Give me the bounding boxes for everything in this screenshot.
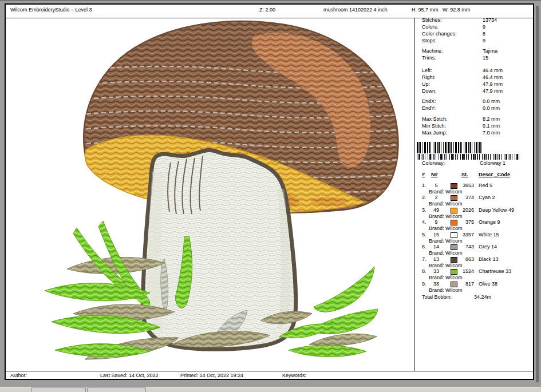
background-tab: [87, 387, 146, 392]
design-dimensions: H: 95.7 mm W: 92.8 mm: [412, 7, 470, 13]
info-value: 9: [483, 38, 485, 43]
info-value: 47.9 mm: [483, 88, 503, 94]
row-st: 1524: [445, 268, 474, 274]
row-descr: Chartreuse 33: [479, 268, 511, 274]
info-label: Down:: [422, 88, 437, 94]
row-st: 374: [445, 195, 474, 200]
row-brand: Brand: Wilcom: [429, 189, 463, 195]
row-num: 9.: [422, 281, 427, 287]
row-st: 743: [445, 244, 474, 250]
row-brand: Brand: Wilcom: [429, 238, 463, 244]
row-descr: Grey 14: [479, 244, 497, 250]
row-brand: Brand: Wilcom: [429, 225, 463, 231]
info-label: Machine:: [422, 48, 443, 54]
row-st: 817: [445, 281, 474, 287]
info-value: 0.0 mm: [483, 105, 500, 111]
row-brand: Brand: Wilcom: [429, 213, 463, 219]
panel-divider: [414, 18, 414, 371]
row-descr: Red 5: [479, 183, 492, 188]
info-value: 46.4 mm: [483, 74, 503, 80]
footer-divider: [6, 371, 533, 371]
row-num: 1.: [422, 183, 427, 188]
row-n: 33: [430, 268, 443, 274]
info-value: 15: [483, 55, 488, 61]
col-header-descr: Descr _Code: [479, 172, 510, 177]
row-brand: Brand: Wilcom: [429, 263, 463, 268]
barcode: [417, 154, 519, 160]
design-name: mushroom 14102022 4 inch: [323, 7, 388, 13]
window-top-edge: [0, 0, 541, 1]
colorway-value: Colorway 1: [480, 160, 506, 166]
row-num: 5.: [422, 232, 427, 237]
total-bobbin-value: 34.24m: [474, 294, 491, 300]
row-descr: Black 13: [479, 256, 499, 262]
app-title: Wilcom EmbroideryStudio – Level 3: [10, 7, 92, 13]
row-descr: Olive 38: [479, 281, 497, 287]
info-value: 0.0 mm: [483, 98, 500, 104]
row-st: 3357: [445, 232, 474, 237]
row-st: 863: [445, 256, 474, 262]
row-brand: Brand: Wilcom: [429, 201, 463, 207]
row-brand: Brand: Wilcom: [429, 275, 463, 280]
row-n: 15: [430, 232, 443, 237]
row-n: 49: [430, 207, 443, 213]
row-num: 7.: [422, 256, 427, 262]
background-tab: [31, 387, 86, 392]
row-n: 38: [430, 281, 443, 287]
info-label: EndX:: [422, 98, 436, 104]
info-value: 46.4 mm: [483, 68, 503, 73]
info-label: Max Stitch:: [422, 116, 448, 122]
row-st: 3653: [445, 183, 474, 188]
info-label: Min Stitch:: [422, 123, 446, 129]
row-descr: Deep Yellow 49: [479, 207, 514, 213]
row-n: 9: [430, 219, 443, 225]
row-num: 8.: [422, 268, 427, 274]
row-brand: Brand: Wilcom: [429, 250, 463, 256]
row-num: 2.: [422, 195, 427, 200]
info-value: 9: [483, 24, 485, 30]
print-preview-page: Wilcom EmbroideryStudio – Level 3 Z: 2.0…: [5, 3, 534, 380]
info-value: 8: [483, 31, 485, 37]
info-value: 13734: [483, 17, 497, 23]
row-brand: Brand: Wilcom: [429, 287, 463, 293]
col-header-n: N#: [431, 172, 438, 177]
barcode: [417, 142, 482, 153]
row-n: 13: [430, 256, 443, 262]
total-bobbin-label: Total Bobbin:: [422, 294, 452, 300]
info-label: Right:: [422, 74, 436, 80]
info-label: EndY:: [422, 105, 436, 111]
colorway-label: Colorway:: [422, 160, 445, 166]
info-value: 0.1 mm: [483, 123, 500, 129]
info-label: Stitches:: [422, 17, 442, 23]
window-shadow: [536, 6, 539, 382]
info-label: Stops:: [422, 38, 437, 43]
row-n: 2: [430, 195, 443, 200]
row-descr: White 15: [479, 232, 499, 237]
row-descr: Orange 9: [479, 219, 500, 225]
row-n: 14: [430, 244, 443, 250]
row-num: 6.: [422, 244, 427, 250]
row-st: 2026: [445, 207, 474, 213]
row-num: 3.: [422, 207, 427, 213]
row-num: 4.: [422, 219, 427, 225]
info-label: Trims:: [422, 55, 436, 61]
footer-printed: Printed: 14 Oct, 2022 19:24: [180, 373, 243, 378]
col-header-st: St.: [461, 172, 468, 177]
row-descr: Cyan 2: [479, 195, 495, 200]
row-st: 375: [445, 219, 474, 225]
info-label: Up:: [422, 81, 430, 87]
info-value: 8.2 mm: [483, 116, 500, 122]
info-label: Max Jump:: [422, 130, 447, 136]
info-value: 7.0 mm: [483, 130, 500, 136]
info-value: 47.9 mm: [483, 81, 503, 87]
info-value: Tajima: [483, 48, 497, 54]
info-label: Color changes:: [422, 31, 457, 37]
col-header-num: #: [422, 172, 425, 177]
footer-author: Author:: [10, 373, 27, 378]
design-canvas: [6, 18, 413, 370]
row-n: 5: [430, 183, 443, 188]
info-label: Left:: [422, 68, 432, 73]
footer-last-saved: Last Saved: 14 Oct, 2022: [100, 373, 159, 378]
zoom-level: Z: 2.00: [259, 7, 275, 13]
info-label: Colors:: [422, 24, 439, 30]
